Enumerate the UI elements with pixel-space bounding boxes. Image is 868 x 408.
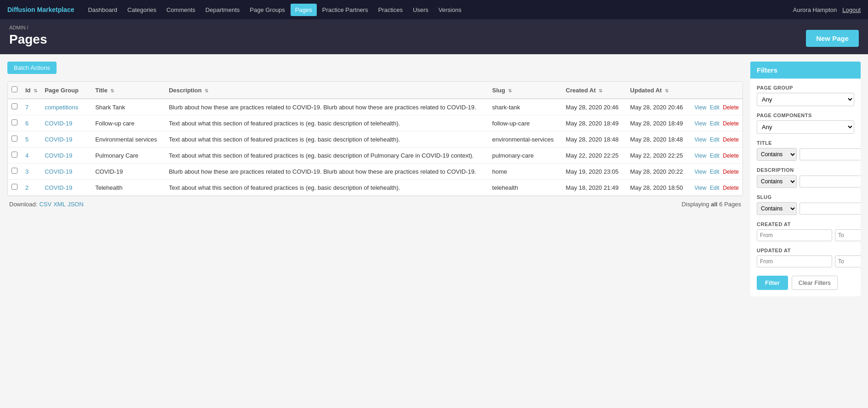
col-header-created-at[interactable]: Created At ⇅ — [562, 82, 627, 99]
slug-operator-select[interactable]: Contains Equals Starts with — [757, 202, 797, 215]
nav-comments[interactable]: Comments — [162, 4, 200, 16]
row-edit-link[interactable]: Edit — [710, 136, 720, 143]
row-edit-link[interactable]: Edit — [710, 120, 720, 127]
row-delete-link[interactable]: Delete — [723, 120, 739, 127]
row-id-link[interactable]: 7 — [25, 104, 29, 111]
row-page-group-link[interactable]: competitions — [45, 104, 78, 111]
row-page-group-link[interactable]: COVID-19 — [45, 136, 72, 143]
title-operator-select[interactable]: Contains Equals Starts with — [757, 148, 797, 161]
table-header-row: Id ⇅ Page Group Title ⇅ Description ⇅ Sl — [8, 82, 742, 99]
sort-slug-icon: ⇅ — [508, 88, 512, 93]
created-at-to[interactable] — [835, 229, 861, 241]
row-id-link[interactable]: 5 — [25, 136, 29, 143]
page-group-label: PAGE GROUP — [757, 85, 854, 91]
row-updated-at: May 28, 2020 18:50 — [627, 180, 691, 196]
select-all-header — [8, 82, 22, 99]
row-actions: View Edit Delete — [691, 115, 742, 131]
nav-categories[interactable]: Categories — [123, 4, 161, 16]
row-checkbox[interactable] — [11, 184, 17, 190]
sort-desc-icon: ⇅ — [205, 88, 208, 93]
row-id-link[interactable]: 6 — [25, 120, 29, 127]
col-header-id[interactable]: Id ⇅ — [22, 82, 41, 99]
row-checkbox[interactable] — [11, 152, 17, 158]
row-actions: View Edit Delete — [691, 99, 742, 115]
col-header-updated-at[interactable]: Updated At ⇅ — [627, 82, 691, 99]
row-delete-link[interactable]: Delete — [723, 104, 739, 111]
slug-filter-row: Contains Equals Starts with — [757, 202, 854, 215]
nav-page-groups[interactable]: Page Groups — [245, 4, 290, 16]
col-header-page-group[interactable]: Page Group — [41, 82, 91, 99]
download-csv[interactable]: CSV — [39, 201, 51, 208]
updated-at-from[interactable] — [757, 255, 832, 267]
nav-practice-partners[interactable]: Practice Partners — [318, 4, 373, 16]
nav-departments[interactable]: Departments — [201, 4, 244, 16]
row-id: 5 — [22, 131, 41, 147]
nav-users[interactable]: Users — [408, 4, 433, 16]
title-filter-input[interactable] — [799, 148, 861, 160]
updated-at-to[interactable] — [835, 255, 861, 267]
description-operator-select[interactable]: Contains Equals Starts with — [757, 175, 797, 188]
row-page-group-link[interactable]: COVID-19 — [45, 120, 72, 127]
clear-filters-button[interactable]: Clear Filters — [792, 276, 838, 290]
table-row: 3 COVID-19 COVID-19 Blurb about how thes… — [8, 164, 742, 180]
row-view-link[interactable]: View — [695, 136, 707, 143]
page-header: ADMIN / Pages New Page — [0, 19, 868, 54]
row-page-group: COVID-19 — [41, 147, 91, 164]
row-actions: View Edit Delete — [691, 180, 742, 196]
nav-practices[interactable]: Practices — [373, 4, 407, 16]
row-view-link[interactable]: View — [695, 153, 707, 159]
nav-versions[interactable]: Versions — [434, 4, 466, 16]
row-delete-link[interactable]: Delete — [723, 169, 739, 175]
row-edit-link[interactable]: Edit — [710, 185, 720, 191]
new-page-button[interactable]: New Page — [806, 30, 859, 47]
page-group-select[interactable]: Any — [757, 93, 854, 106]
title-filter-row: Contains Equals Starts with — [757, 148, 854, 161]
updated-at-range — [757, 255, 854, 267]
row-page-group-link[interactable]: COVID-19 — [45, 168, 72, 175]
row-id-link[interactable]: 3 — [25, 168, 29, 175]
row-page-group-link[interactable]: COVID-19 — [45, 152, 72, 159]
description-filter-input[interactable] — [799, 176, 861, 187]
row-view-link[interactable]: View — [695, 120, 707, 127]
row-edit-link[interactable]: Edit — [710, 169, 720, 175]
row-id-link[interactable]: 2 — [25, 184, 29, 191]
download-xml[interactable]: XML — [53, 201, 66, 208]
row-checkbox[interactable] — [11, 119, 17, 125]
col-header-slug[interactable]: Slug ⇅ — [489, 82, 562, 99]
filter-buttons: Filter Clear Filters — [757, 276, 854, 290]
row-edit-link[interactable]: Edit — [710, 104, 720, 111]
table-row: 6 COVID-19 Follow-up care Text about wha… — [8, 115, 742, 131]
created-at-from[interactable] — [757, 229, 832, 241]
row-delete-link[interactable]: Delete — [723, 153, 739, 159]
batch-actions-button[interactable]: Batch Actions — [7, 62, 57, 74]
nav-pages[interactable]: Pages — [291, 4, 317, 16]
navbar-right: Aurora Hampton Logout — [793, 6, 861, 13]
row-created-at: May 28, 2020 18:49 — [562, 115, 627, 131]
row-page-group-link[interactable]: COVID-19 — [45, 184, 72, 191]
slug-filter-input[interactable] — [799, 203, 861, 215]
row-view-link[interactable]: View — [695, 104, 707, 111]
row-checkbox[interactable] — [11, 168, 17, 174]
page-components-select[interactable]: Any — [757, 120, 854, 134]
select-all-checkbox[interactable] — [11, 86, 17, 92]
row-view-link[interactable]: View — [695, 169, 707, 175]
download-json[interactable]: JSON — [68, 201, 84, 208]
row-id-link[interactable]: 4 — [25, 152, 29, 159]
col-header-title[interactable]: Title ⇅ — [91, 82, 165, 99]
row-id: 6 — [22, 115, 41, 131]
brand-logo[interactable]: Diffusion Marketplace — [7, 6, 74, 13]
row-id: 2 — [22, 180, 41, 196]
row-created-at: May 28, 2020 20:46 — [562, 99, 627, 115]
filter-button[interactable]: Filter — [757, 276, 788, 290]
row-delete-link[interactable]: Delete — [723, 136, 739, 143]
row-checkbox[interactable] — [11, 103, 17, 109]
nav-dashboard[interactable]: Dashboard — [83, 4, 122, 16]
row-edit-link[interactable]: Edit — [710, 153, 720, 159]
row-view-link[interactable]: View — [695, 185, 707, 191]
row-checkbox[interactable] — [11, 136, 17, 142]
row-slug: shark-tank — [489, 99, 562, 115]
row-delete-link[interactable]: Delete — [723, 185, 739, 191]
logout-link[interactable]: Logout — [842, 6, 861, 13]
row-created-at: May 18, 2020 21:49 — [562, 180, 627, 196]
col-header-description[interactable]: Description ⇅ — [165, 82, 488, 99]
